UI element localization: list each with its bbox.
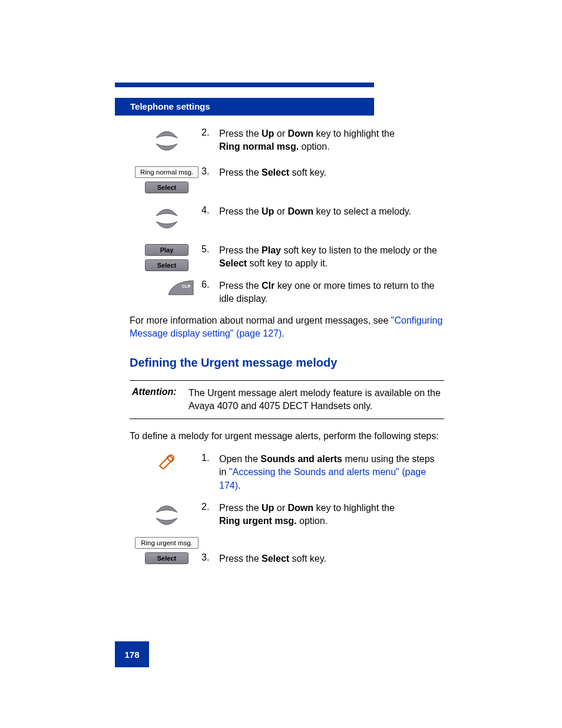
attention-label: Attention: bbox=[132, 387, 189, 413]
nav-up-icon bbox=[154, 127, 180, 139]
header-title: Telephone settings bbox=[115, 98, 374, 116]
step-text: Press the Up or Down key to select a mel… bbox=[219, 204, 444, 218]
select-button: Select bbox=[145, 182, 189, 193]
page-number: 178 bbox=[115, 641, 149, 667]
ring-urgent-button: Ring urgent msg. bbox=[135, 537, 199, 549]
wrench-icon bbox=[156, 453, 177, 469]
step-number: 4. bbox=[201, 204, 219, 216]
attention-box: Attention: The Urgent message alert melo… bbox=[130, 380, 444, 420]
step-text: Press the Select soft key. bbox=[219, 551, 444, 565]
step-number: 2. bbox=[201, 500, 219, 512]
select-button: Select bbox=[145, 552, 189, 564]
nav-down-icon bbox=[154, 143, 180, 154]
section-heading: Defining the Urgent message melody bbox=[130, 356, 444, 370]
step-text: Open the Sounds and alerts menu using th… bbox=[219, 452, 444, 492]
step-text: Press the Up or Down key to highlight th… bbox=[219, 126, 444, 154]
select-button: Select bbox=[145, 259, 189, 271]
info-paragraph: For more information about normal and ur… bbox=[130, 314, 444, 341]
svg-text:CLR: CLR bbox=[182, 284, 190, 288]
clr-key-icon: CLR bbox=[166, 279, 196, 296]
step-number: 3. bbox=[201, 551, 219, 563]
step-text: Press the Clr key one or more times to r… bbox=[219, 278, 444, 306]
nav-down-icon bbox=[154, 517, 180, 529]
attention-text: The Urgent message alert melody feature … bbox=[189, 387, 442, 413]
nav-down-icon bbox=[154, 220, 180, 232]
step-number: 6. bbox=[201, 278, 219, 290]
step-text: Press the Up or Down key to highlight th… bbox=[219, 500, 444, 528]
step-number: 3. bbox=[201, 165, 219, 177]
content-area: 2. Press the Up or Down key to highlight… bbox=[132, 126, 444, 572]
ring-normal-button: Ring normal msg. bbox=[135, 166, 199, 178]
play-button: Play bbox=[145, 244, 189, 256]
step-number: 5. bbox=[201, 243, 219, 255]
sounds-alerts-link[interactable]: "Accessing the Sounds and alerts menu" (… bbox=[219, 467, 426, 490]
step-text: Press the Play soft key to listen to the… bbox=[219, 243, 444, 271]
step-number: 1. bbox=[201, 452, 219, 463]
intro-paragraph: To define a melody for urgent message al… bbox=[130, 430, 444, 443]
top-stripe bbox=[115, 83, 374, 87]
nav-up-icon bbox=[154, 205, 180, 217]
step-number: 2. bbox=[201, 126, 219, 138]
step-text: Press the Select soft key. bbox=[219, 165, 444, 179]
nav-up-icon bbox=[154, 502, 180, 513]
